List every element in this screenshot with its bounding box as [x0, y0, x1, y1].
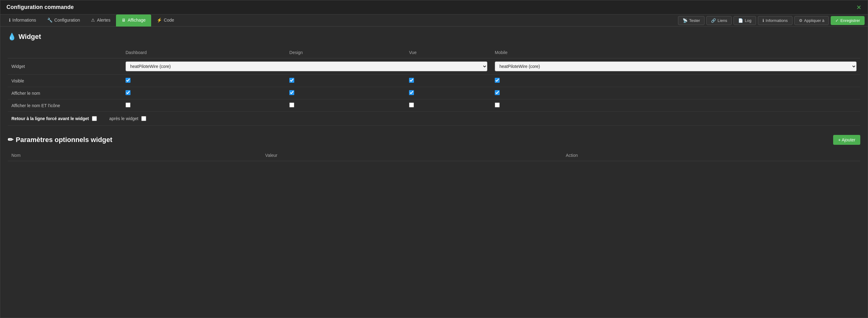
- retour-label: Retour à la ligne forcé avant le widget: [11, 116, 89, 121]
- params-icon: ✏: [8, 136, 13, 144]
- visible-dashboard-cell: [122, 75, 286, 87]
- afficher-icone-dashboard-cell: [122, 99, 286, 112]
- retour-apres-checkbox[interactable]: [141, 116, 146, 121]
- modal-title: Configuration commande: [6, 4, 74, 10]
- afficher-nom-dashboard-cell: [122, 87, 286, 99]
- log-button[interactable]: 📄 Log: [734, 16, 756, 25]
- params-col-nom: Nom: [8, 150, 261, 161]
- afficher-nom-vue-checkbox[interactable]: [409, 90, 414, 95]
- config-icon: 🔧: [47, 18, 53, 23]
- code-icon: ⚡: [157, 18, 162, 23]
- afficher-icone-design-cell: [286, 99, 405, 112]
- content: 💧 Widget Dashboard Design Vue Mobile Wid…: [0, 27, 868, 167]
- info-icon: ℹ: [9, 18, 10, 23]
- widget-dashboard-select[interactable]: heatPiloteWire (core) default custom: [126, 61, 487, 71]
- col-dashboard: Dashboard: [122, 47, 286, 58]
- afficher-nom-design-cell: [286, 87, 405, 99]
- alert-icon: ⚠: [91, 18, 95, 23]
- retour-row-inner: Retour à la ligne forcé avant le widget …: [11, 116, 857, 121]
- visible-mobile-checkbox[interactable]: [495, 78, 500, 83]
- appliquer-icon: ⚙: [799, 18, 803, 23]
- tabs-left: ℹ Informations 🔧 Configuration ⚠ Alertes…: [3, 15, 180, 26]
- afficher-icone-vue-cell: [405, 99, 491, 112]
- visible-label: Visible: [8, 75, 122, 87]
- params-table: Nom Valeur Action: [8, 150, 860, 161]
- widget-icon: 💧: [8, 33, 16, 41]
- tester-button[interactable]: 📡 Tester: [678, 16, 705, 25]
- display-icon: 🖥: [122, 18, 126, 23]
- afficher-icone-vue-checkbox[interactable]: [409, 103, 414, 108]
- visible-design-cell: [286, 75, 405, 87]
- tester-icon: 📡: [683, 18, 687, 23]
- tab-affichage[interactable]: 🖥 Affichage: [116, 15, 151, 27]
- afficher-nom-dashboard-checkbox[interactable]: [126, 90, 130, 95]
- visible-design-checkbox[interactable]: [289, 78, 294, 83]
- retour-row: Retour à la ligne forcé avant le widget …: [8, 112, 860, 126]
- modal-header: Configuration commande ✕: [0, 0, 868, 15]
- col-vue: Vue: [405, 47, 491, 58]
- widget-dashboard-select-cell: heatPiloteWire (core) default custom: [122, 58, 491, 75]
- col-mobile: Mobile: [491, 47, 860, 58]
- modal: Configuration commande ✕ ℹ Informations …: [0, 0, 868, 318]
- tab-configuration[interactable]: 🔧 Configuration: [42, 15, 86, 27]
- visible-dashboard-checkbox[interactable]: [126, 78, 130, 83]
- visible-vue-checkbox[interactable]: [409, 78, 414, 83]
- params-section-title: ✏ Paramètres optionnels widget: [8, 136, 112, 144]
- params-section-header: ✏ Paramètres optionnels widget + Ajouter: [8, 135, 860, 145]
- afficher-icone-mobile-cell: [491, 99, 860, 112]
- liens-button[interactable]: 🔗 Liens: [706, 16, 732, 25]
- col-label: [8, 47, 122, 58]
- retour-avant-checkbox[interactable]: [92, 116, 97, 121]
- afficher-icone-dashboard-checkbox[interactable]: [126, 103, 130, 108]
- add-param-button[interactable]: + Ajouter: [833, 135, 860, 145]
- visible-vue-cell: [405, 75, 491, 87]
- afficher-nom-mobile-checkbox[interactable]: [495, 90, 500, 95]
- widget-label: Widget: [8, 58, 122, 75]
- appliquer-button[interactable]: ⚙ Appliquer à: [794, 16, 829, 25]
- tab-informations[interactable]: ℹ Informations: [3, 15, 42, 27]
- table-row: Visible: [8, 75, 860, 87]
- widget-section-title: 💧 Widget: [8, 33, 860, 41]
- table-row: Afficher le nom: [8, 87, 860, 99]
- params-col-valeur: Valeur: [261, 150, 562, 161]
- afficher-nom-label: Afficher le nom: [8, 87, 122, 99]
- enregistrer-icon: ✓: [835, 18, 839, 23]
- widget-mobile-select-cell: heatPiloteWire (core) default custom: [491, 58, 860, 75]
- afficher-nom-design-checkbox[interactable]: [289, 90, 294, 95]
- table-row: Afficher le nom ET l'icône: [8, 99, 860, 112]
- informations-icon: ℹ: [763, 18, 764, 23]
- enregistrer-button[interactable]: ✓ Enregistrer: [831, 16, 865, 25]
- params-col-action: Action: [562, 150, 860, 161]
- liens-icon: 🔗: [711, 18, 716, 23]
- retour-cell: Retour à la ligne forcé avant le widget …: [8, 112, 860, 126]
- afficher-icone-mobile-checkbox[interactable]: [495, 103, 500, 108]
- log-icon: 📄: [738, 18, 743, 23]
- afficher-nom-vue-cell: [405, 87, 491, 99]
- visible-mobile-cell: [491, 75, 860, 87]
- col-design: Design: [286, 47, 405, 58]
- widget-mobile-select[interactable]: heatPiloteWire (core) default custom: [495, 61, 857, 71]
- table-row: Widget heatPiloteWire (core) default cus…: [8, 58, 860, 75]
- tab-alertes[interactable]: ⚠ Alertes: [86, 15, 116, 27]
- tab-code[interactable]: ⚡ Code: [151, 15, 180, 27]
- tabs-bar: ℹ Informations 🔧 Configuration ⚠ Alertes…: [0, 15, 868, 27]
- informations-button[interactable]: ℹ Informations: [758, 16, 793, 25]
- close-button[interactable]: ✕: [856, 4, 862, 10]
- apres-label: après le widget: [109, 116, 138, 121]
- widget-table: Dashboard Design Vue Mobile Widget heatP…: [8, 47, 860, 126]
- afficher-nom-mobile-cell: [491, 87, 860, 99]
- tabs-right: 📡 Tester 🔗 Liens 📄 Log ℹ Informations ⚙ …: [678, 16, 865, 25]
- afficher-icone-design-checkbox[interactable]: [289, 103, 294, 108]
- afficher-icone-label: Afficher le nom ET l'icône: [8, 99, 122, 112]
